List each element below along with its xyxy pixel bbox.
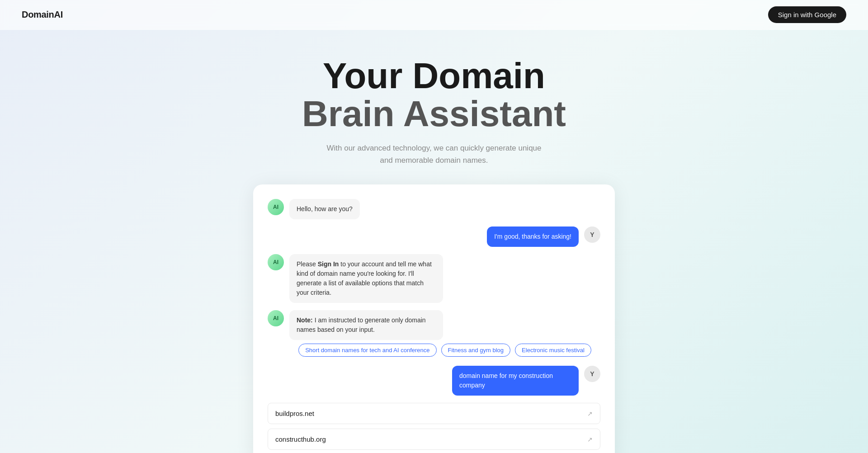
sign-in-bold: Sign In [318, 260, 339, 268]
hero-section: Your Domain Brain Assistant With our adv… [0, 30, 868, 184]
chat-container: AI Hello, how are you? I'm good, thanks … [253, 184, 615, 453]
domain-name-2: constructhub.org [275, 435, 326, 443]
user-avatar-1: Y [584, 226, 600, 243]
domain-name-1: buildpros.net [275, 410, 314, 417]
external-link-icon-2[interactable]: ↗ [587, 436, 593, 443]
user-message-2: domain name for my construction company … [268, 366, 600, 396]
domain-result-2[interactable]: constructhub.org ↗ [268, 429, 600, 450]
note-bold: Note: [297, 316, 313, 324]
hero-subtitle-line2: and memorable domain names. [380, 156, 488, 165]
logo: DomainAI [22, 9, 63, 20]
user-bubble-2: domain name for my construction company [452, 366, 579, 396]
ai-bubble-1: Hello, how are you? [289, 199, 360, 219]
domain-result-1[interactable]: buildpros.net ↗ [268, 403, 600, 424]
user-avatar-2: Y [584, 366, 600, 382]
user-message-2-row: domain name for my construction company … [253, 360, 615, 396]
suggestion-chip-2[interactable]: Fitness and gym blog [441, 344, 511, 357]
ai-message-3: AI Note: I am instructed to generate onl… [268, 310, 600, 340]
ai-message-2: AI Please Sign In to your account and te… [268, 254, 600, 303]
domain-results: buildpros.net ↗ constructhub.org ↗ [253, 396, 615, 450]
sign-in-button[interactable]: Sign in with Google [768, 6, 846, 23]
suggestions-row: Short domain names for tech and AI confe… [253, 340, 615, 360]
ai-bubble-3: Note: I am instructed to generate only d… [289, 310, 443, 340]
external-link-icon-1[interactable]: ↗ [587, 410, 593, 417]
user-bubble-1: I'm good, thanks for asking! [487, 226, 579, 247]
chat-messages: AI Hello, how are you? I'm good, thanks … [253, 199, 615, 340]
ai-avatar-3: AI [268, 310, 284, 326]
user-message-1: I'm good, thanks for asking! Y [268, 226, 600, 247]
ai-message-1: AI Hello, how are you? [268, 199, 600, 219]
hero-subtitle: With our advanced technology, we can qui… [9, 142, 859, 166]
hero-title-line2: Brain Assistant [9, 95, 859, 133]
suggestion-chip-3[interactable]: Electronic music festival [515, 344, 591, 357]
ai-bubble-2: Please Sign In to your account and tell … [289, 254, 443, 303]
suggestion-chip-1[interactable]: Short domain names for tech and AI confe… [298, 344, 436, 357]
ai-avatar-1: AI [268, 199, 284, 215]
ai-avatar-2: AI [268, 254, 284, 270]
header: DomainAI Sign in with Google [0, 0, 868, 30]
hero-title-line1: Your Domain [9, 57, 859, 95]
hero-subtitle-line1: With our advanced technology, we can qui… [326, 144, 541, 152]
